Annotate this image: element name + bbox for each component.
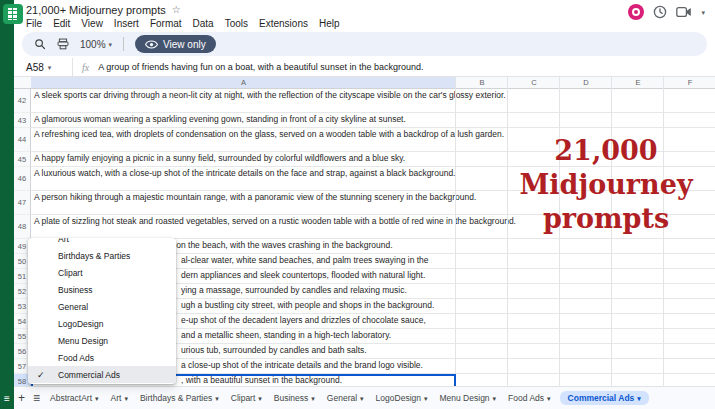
topright-icons: ▾ xyxy=(628,4,705,20)
sheet-menu-item-birthdays-parties[interactable]: Birthdays & Parties xyxy=(28,247,176,264)
strip-menu-icon[interactable]: ≡ xyxy=(0,394,14,404)
tab-label: Commercial Ads xyxy=(568,393,635,403)
view-only-button[interactable]: View only xyxy=(135,35,216,53)
name-box[interactable]: A58 ▾ xyxy=(14,58,73,76)
column-headers: ABCDEF xyxy=(14,77,715,89)
tab-label: AbstractArt xyxy=(50,393,92,403)
chevron-down-icon: ▾ xyxy=(48,64,52,71)
column-header-a[interactable]: A xyxy=(31,77,456,88)
sheet-menu-item-clipart[interactable]: Clipart xyxy=(28,264,176,281)
cell-text: e-up shot of the decadent layers and dri… xyxy=(181,315,426,325)
column-header-c[interactable]: C xyxy=(508,77,560,88)
recorder-avatar-icon[interactable] xyxy=(628,4,644,20)
sheet-menu-label: Menu Design xyxy=(58,336,108,346)
sheet-menu-item-menu-design[interactable]: Menu Design xyxy=(28,332,176,349)
chevron-down-icon: ▾ xyxy=(360,395,364,402)
menubar-item-view[interactable]: View xyxy=(81,18,103,29)
tab-label: Business xyxy=(274,393,309,403)
menubar-item-extensions[interactable]: Extensions xyxy=(259,18,308,29)
column-header-d[interactable]: D xyxy=(560,77,612,88)
row-number[interactable]: 42 xyxy=(14,89,31,113)
camera-icon[interactable] xyxy=(676,6,692,18)
row-number[interactable]: 46 xyxy=(14,167,31,191)
column-header-e[interactable]: E xyxy=(612,77,664,88)
tab-abstractart[interactable]: AbstractArt▾ xyxy=(44,391,105,405)
chevron-down-icon: ▾ xyxy=(637,395,641,402)
row-number[interactable]: 44 xyxy=(14,128,31,152)
sheet-menu-item-business[interactable]: Business xyxy=(28,281,176,298)
star-icon[interactable]: ☆ xyxy=(172,5,181,15)
chevron-down-icon[interactable]: ▾ xyxy=(701,9,705,16)
tab-menu-design[interactable]: Menu Design▾ xyxy=(434,391,503,405)
tab-birthdays-parties[interactable]: Birthdays & Parties▾ xyxy=(134,391,225,405)
sheet-menu-item-art[interactable]: Art xyxy=(28,238,176,247)
promo-line: prompts xyxy=(501,202,711,236)
zoom-value: 100% xyxy=(80,39,106,50)
all-sheets-button[interactable]: ≡ xyxy=(29,392,44,404)
tabs-list: AbstractArt▾Art▾Birthdays & Parties▾Clip… xyxy=(44,391,652,405)
row-number[interactable]: 45 xyxy=(14,152,31,167)
menubar-item-tools[interactable]: Tools xyxy=(225,18,248,29)
sheet-tabbar: + ≡ AbstractArt▾Art▾Birthdays & Parties▾… xyxy=(14,386,715,409)
table-row: 43A glamorous woman wearing a sparkling … xyxy=(14,113,715,128)
cell-text: urious tub, surrounded by candles and ba… xyxy=(181,345,367,355)
tab-label: Art xyxy=(111,393,122,403)
row-number[interactable]: 43 xyxy=(14,113,31,128)
chevron-down-icon: ▾ xyxy=(547,395,551,402)
menubar-item-edit[interactable]: Edit xyxy=(53,18,70,29)
cell-text: , with a beautiful sunset in the backgro… xyxy=(181,375,342,385)
column-header-b[interactable]: B xyxy=(456,77,508,88)
menubar-item-data[interactable]: Data xyxy=(193,18,214,29)
cell-A43[interactable]: A glamorous woman wearing a sparkling ev… xyxy=(31,113,715,128)
chevron-down-icon: ▾ xyxy=(124,395,128,402)
cell-text: A sleek sports car driving through a neo… xyxy=(34,90,506,100)
formula-input[interactable]: A group of friends having fun on a boat,… xyxy=(98,62,423,72)
tab-clipart[interactable]: Clipart▾ xyxy=(225,391,268,405)
sheet-menu-label: Clipart xyxy=(58,268,83,278)
tab-food-ads[interactable]: Food Ads▾ xyxy=(502,391,556,405)
tab-label: Menu Design xyxy=(440,393,490,403)
tab-general[interactable]: General▾ xyxy=(321,391,370,405)
google-sheets-window: ≡ 21,000+ Midjourney prompts ☆ FileEditV… xyxy=(0,0,715,409)
history-clock-icon[interactable] xyxy=(653,5,667,19)
check-icon: ✓ xyxy=(37,370,45,380)
cell-text: dern appliances and sleek countertops, f… xyxy=(181,270,425,280)
tab-art[interactable]: Art▾ xyxy=(105,391,134,405)
doc-title[interactable]: 21,000+ Midjourney prompts xyxy=(26,4,166,16)
cell-text: ugh a bustling city street, with people … xyxy=(181,300,434,310)
tab-logodesign[interactable]: LogoDesign▾ xyxy=(370,391,434,405)
left-green-strip: ≡ xyxy=(0,0,14,409)
cell-text: ying a massage, surrounded by candles an… xyxy=(181,285,407,295)
promo-line: Midjourney xyxy=(501,168,711,202)
row-number[interactable]: 48 xyxy=(14,215,31,239)
cell-text: A luxurious watch, with a close-up shot … xyxy=(34,168,455,178)
sheet-grid-glyph xyxy=(8,8,18,20)
promo-headline: 21,000 Midjourney prompts xyxy=(501,134,711,236)
sheet-menu-item-logodesign[interactable]: LogoDesign xyxy=(28,315,176,332)
zoom-control[interactable]: 100% ▾ xyxy=(80,39,112,50)
formula-bar: A58 ▾ fx A group of friends having fun o… xyxy=(14,58,715,77)
sheet-menu-item-general[interactable]: General xyxy=(28,298,176,315)
search-icon[interactable] xyxy=(34,38,46,50)
all-sheets-menu: ArtBirthdays & PartiesClipartBusinessGen… xyxy=(28,238,176,384)
tab-business[interactable]: Business▾ xyxy=(268,391,321,405)
tab-commercial-ads[interactable]: Commercial Ads▾ xyxy=(560,391,649,405)
sheets-logo-icon[interactable] xyxy=(3,4,23,24)
sheet-menu-item-commercial-ads[interactable]: ✓Commercial Ads xyxy=(28,366,176,383)
row-number[interactable]: 47 xyxy=(14,191,31,215)
menubar-item-file[interactable]: File xyxy=(26,18,42,29)
chevron-down-icon: ▾ xyxy=(311,395,315,402)
print-icon[interactable] xyxy=(57,38,69,50)
cell-A42[interactable]: A sleek sports car driving through a neo… xyxy=(31,89,715,113)
menubar-item-help[interactable]: Help xyxy=(319,18,340,29)
sheet-menu-label: Commercial Ads xyxy=(58,370,120,380)
add-sheet-button[interactable]: + xyxy=(14,392,29,404)
cell-text: A plate of sizzling hot steak and roaste… xyxy=(34,216,516,226)
cell-text: A refreshing iced tea, with droplets of … xyxy=(34,129,504,139)
menubar-item-format[interactable]: Format xyxy=(150,18,182,29)
cell-text: A person hiking through a majestic mount… xyxy=(34,192,476,202)
sheet-menu-item-food-ads[interactable]: Food Ads xyxy=(28,349,176,366)
column-header-f[interactable]: F xyxy=(664,77,715,88)
menubar-item-insert[interactable]: Insert xyxy=(114,18,139,29)
sheet-menu-label: Birthdays & Parties xyxy=(58,251,130,261)
